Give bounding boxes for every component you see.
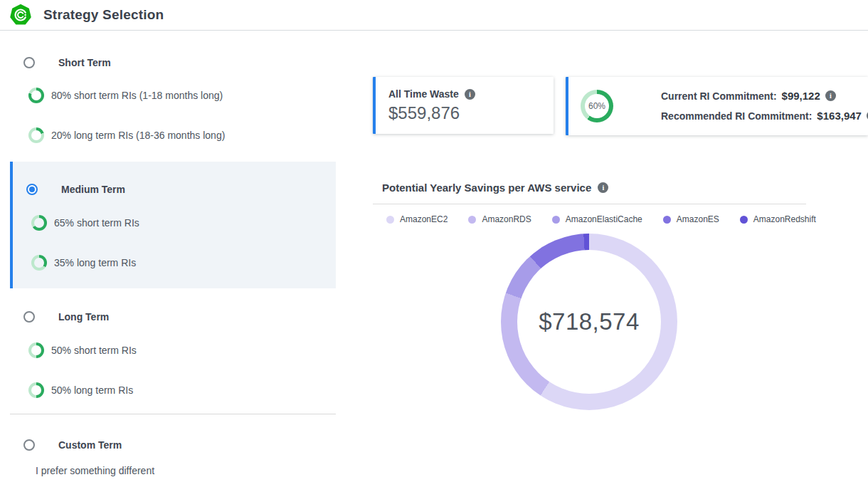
current-commitment-row: Current RI Commitment: $99,122 i [661,90,868,102]
gauge-percent-label: 60% [588,101,605,111]
radio-long-term[interactable] [23,311,35,323]
donut-center-value: $718,574 [539,308,640,335]
waste-card-label: All Time Waste [388,88,459,100]
legend-swatch-icon [663,216,671,224]
info-icon[interactable]: i [598,182,608,193]
waste-value: $559,876 [388,103,554,123]
current-commitment-label: Current RI Commitment: [661,90,777,102]
legend-item[interactable]: AmazonRDS [468,214,531,224]
allocation-ring-icon [28,382,44,398]
custom-term-description: I prefer something different [36,465,154,476]
app-logo-icon [10,4,31,26]
radio-medium-term[interactable] [26,184,38,195]
donut-hole: $718,574 [517,250,661,394]
allocation-label: 20% long term RIs (18-36 months long) [51,130,225,141]
info-icon[interactable]: i [465,89,475,100]
strategy-option-short-term[interactable]: Short Term [23,56,111,70]
allocation-label: 80% short term RIs (1-18 months long) [51,90,223,101]
legend-swatch-icon [740,216,748,224]
strategy-selection-page: Strategy Selection Short Term 80% short … [0,0,868,492]
strategy-option-custom-term[interactable]: Custom Term [23,438,122,452]
recommended-commitment-label: Recommended RI Commitment: [661,110,812,122]
recommended-commitment-row: Recommended RI Commitment: $163,947 i [661,110,868,122]
allocation-item: 35% long term RIs [31,255,136,271]
allocation-label: 50% long term RIs [51,384,133,396]
legend-swatch-icon [386,216,394,224]
info-icon[interactable]: i [825,90,836,101]
allocation-item: 20% long term RIs (18-36 months long) [28,127,225,143]
legend-label: AmazonES [677,214,719,224]
legend-item[interactable]: AmazonElastiCache [552,214,642,224]
legend-label: AmazonElastiCache [566,214,642,224]
strategy-label: Short Term [58,57,111,68]
strategy-label: Custom Term [58,439,122,451]
recommended-commitment-value: $163,947 [817,110,862,122]
strategy-label: Medium Term [61,184,125,195]
allocation-item: 50% long term RIs [28,382,133,398]
chart-title: Potential Yearly Savings per AWS service [382,182,591,194]
allocation-label: 65% short term RIs [54,217,139,229]
radio-custom-term[interactable] [23,439,35,451]
legend-item[interactable]: AmazonES [663,214,719,224]
legend-swatch-icon [552,216,560,224]
summary-panel: All Time Waste i $559,876 60% Current RI… [373,31,868,492]
allocation-label: 50% short term RIs [51,345,137,356]
sidebar-divider [10,414,336,414]
strategy-option-medium-term[interactable]: Medium Term [26,182,125,197]
savings-donut-chart[interactable]: $718,574 [501,234,677,410]
page-title: Strategy Selection [43,7,164,23]
allocation-item: 80% short term RIs (1-18 months long) [28,88,223,103]
all-time-waste-card: All Time Waste i $559,876 [373,77,554,134]
legend-item[interactable]: AmazonEC2 [386,214,448,224]
chart-divider [373,204,806,204]
chart-header: Potential Yearly Savings per AWS service… [382,182,608,194]
legend-swatch-icon [468,216,476,224]
commitment-gauge: 60% [581,90,613,122]
strategy-option-long-term[interactable]: Long Term [23,310,109,324]
allocation-ring-icon [28,127,44,143]
radio-short-term[interactable] [23,57,35,68]
allocation-item: 50% short term RIs [28,342,137,358]
allocation-label: 35% long term RIs [54,257,136,268]
strategy-list: Short Term 80% short term RIs (1-18 mont… [0,31,349,492]
legend-item[interactable]: AmazonRedshift [740,214,816,224]
allocation-ring-icon [31,255,47,271]
legend-label: AmazonRDS [482,214,531,224]
chart-legend: AmazonEC2AmazonRDSAmazonElastiCacheAmazo… [386,214,816,224]
current-commitment-value: $99,122 [782,90,820,102]
allocation-ring-icon [28,88,44,103]
allocation-item: 65% short term RIs [31,215,139,231]
legend-label: AmazonRedshift [753,214,816,224]
allocation-ring-icon [28,342,44,358]
ri-commitment-card: 60% Current RI Commitment: $99,122 i Rec… [566,77,868,135]
allocation-ring-icon [31,215,47,231]
page-header: Strategy Selection [0,0,868,31]
legend-label: AmazonEC2 [400,214,448,224]
strategy-group-medium-term: Medium Term 65% short term RIs 35% long … [10,162,336,288]
strategy-label: Long Term [58,311,109,323]
